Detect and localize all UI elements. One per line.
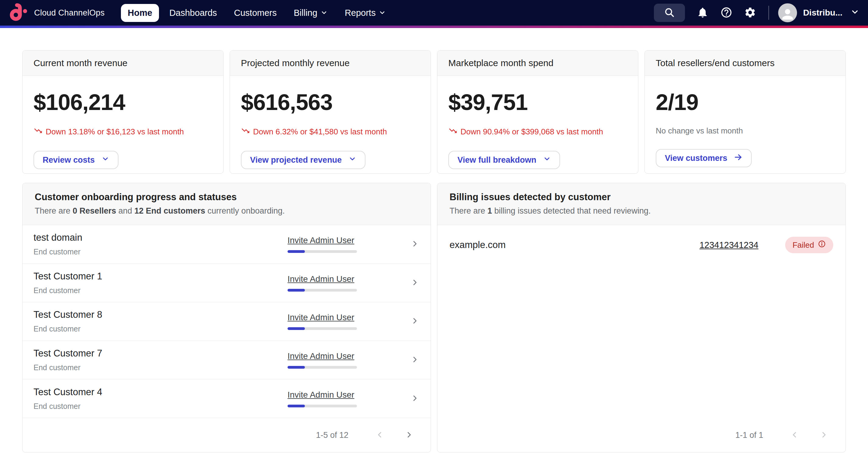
onboarding-progress-bar: [287, 289, 357, 292]
chevron-right-icon: [404, 430, 413, 440]
user-menu-label[interactable]: Distribu...: [803, 8, 842, 18]
pagination-next-button[interactable]: [819, 430, 828, 440]
onboarding-row: Test Customer 4 End customer Invite Admi…: [23, 379, 431, 418]
onboarding-panel: Customer onboarding progress and statuse…: [22, 183, 431, 452]
chevron-right-icon: [410, 278, 420, 288]
stat-value: $106,214: [33, 89, 212, 115]
status-badge-failed: Failed: [785, 237, 833, 253]
billing-customer-name: example.com: [450, 239, 700, 251]
help-icon: [720, 6, 733, 20]
invite-admin-user-link[interactable]: Invite Admin User: [287, 390, 354, 400]
pagination-range-label: 1-1 of 1: [735, 431, 763, 440]
row-expand-button[interactable]: [410, 316, 420, 326]
stat-delta-text: Down 13.18% or $16,123 vs last month: [46, 127, 184, 137]
customer-type: End customer: [33, 286, 287, 295]
avatar[interactable]: [778, 3, 797, 22]
card-title: Projected monthly revenue: [230, 51, 431, 76]
topbar-actions: Distribu...: [654, 3, 860, 22]
invite-admin-user-link[interactable]: Invite Admin User: [287, 351, 354, 361]
chevron-left-icon: [790, 430, 799, 440]
pagination-prev-button[interactable]: [790, 430, 799, 440]
bell-icon: [696, 6, 709, 20]
stat-card-row: Current month revenue $106,214 Down 13.1…: [22, 50, 846, 174]
onboarding-row: test domain End customer Invite Admin Us…: [23, 225, 431, 264]
row-expand-button[interactable]: [410, 394, 420, 404]
nav-item-label: Reports: [345, 8, 376, 18]
chevron-down-icon: [348, 155, 356, 165]
onboarding-pagination: 1-5 of 12: [23, 418, 431, 452]
nav-item-reports[interactable]: Reports: [338, 4, 393, 22]
customer-type: End customer: [33, 363, 287, 372]
customer-name: Test Customer 7: [33, 348, 287, 359]
row-expand-button[interactable]: [410, 278, 420, 288]
nav-item-label: Billing: [294, 8, 317, 18]
brand-name: Cloud ChannelOps: [34, 8, 104, 18]
stat-delta: Down 6.32% or $41,580 vs last month: [241, 126, 420, 138]
topbar-divider: [768, 6, 769, 20]
billing-pagination: 1-1 of 1: [437, 418, 845, 452]
search-icon: [664, 7, 675, 19]
billing-issue-row: example.com 123412341234 Failed: [437, 225, 845, 265]
info-icon[interactable]: [818, 240, 826, 250]
billing-panel-subtitle: There are 1 billing issues detected that…: [450, 206, 833, 216]
customer-type: End customer: [33, 324, 287, 333]
pagination-next-button[interactable]: [404, 430, 413, 440]
view-projected-revenue-button[interactable]: View projected revenue: [241, 151, 366, 169]
customer-type: End customer: [33, 247, 287, 256]
gear-icon: [744, 6, 756, 20]
nav-item-label: Dashboards: [169, 8, 217, 18]
card-title: Total resellers/end customers: [645, 51, 845, 76]
help-button[interactable]: [720, 6, 733, 20]
brand-logo-icon: [8, 2, 28, 23]
chevron-down-icon: [543, 155, 551, 165]
customer-name: Test Customer 4: [33, 387, 287, 398]
stat-delta: Down 90.94% or $399,068 vs last month: [448, 126, 627, 138]
invite-admin-user-link[interactable]: Invite Admin User: [287, 274, 354, 284]
chevron-down-icon: [320, 9, 328, 17]
billing-account-link[interactable]: 123412341234: [700, 240, 759, 250]
stat-value: $616,563: [241, 89, 420, 115]
stat-delta-text: Down 6.32% or $41,580 vs last month: [253, 127, 387, 137]
nav-item-customers[interactable]: Customers: [227, 4, 283, 22]
chevron-right-icon: [410, 394, 420, 404]
onboarding-row: Test Customer 1 End customer Invite Admi…: [23, 264, 431, 302]
view-customers-button[interactable]: View customers: [656, 149, 752, 167]
stat-delta: No change vs last month: [656, 126, 835, 136]
button-label: Review costs: [43, 155, 95, 165]
button-label: View projected revenue: [250, 155, 342, 165]
row-expand-button[interactable]: [410, 239, 420, 249]
stat-value: $39,751: [448, 89, 627, 115]
status-badge-label: Failed: [793, 240, 814, 250]
card-title: Current month revenue: [23, 51, 223, 76]
notifications-button[interactable]: [696, 6, 709, 20]
card-title: Marketplace month spend: [437, 51, 638, 76]
chevron-down-icon: [101, 155, 109, 165]
settings-button[interactable]: [744, 6, 756, 20]
nav-item-dashboards[interactable]: Dashboards: [163, 4, 223, 22]
pagination-prev-button[interactable]: [375, 430, 384, 440]
nav-item-billing[interactable]: Billing: [287, 4, 334, 22]
stat-value: 2/19: [656, 89, 835, 115]
onboarding-progress-bar: [287, 327, 357, 330]
nav-item-home[interactable]: Home: [121, 4, 159, 22]
stat-delta-text: No change vs last month: [656, 126, 743, 136]
chevron-down-icon: [378, 9, 386, 17]
view-full-breakdown-button[interactable]: View full breakdown: [448, 151, 560, 169]
invite-admin-user-link[interactable]: Invite Admin User: [287, 236, 354, 245]
trending-down-icon: [33, 126, 43, 138]
customer-name: Test Customer 1: [33, 271, 287, 282]
chevron-down-icon[interactable]: [850, 8, 860, 18]
nav-item-label: Home: [128, 8, 152, 18]
onboarding-progress-bar: [287, 405, 357, 407]
invite-admin-user-link[interactable]: Invite Admin User: [287, 313, 354, 322]
panel-row: Customer onboarding progress and statuse…: [22, 183, 846, 452]
search-button[interactable]: [654, 4, 685, 22]
stat-delta-text: Down 90.94% or $399,068 vs last month: [461, 127, 603, 137]
onboarding-panel-subtitle: There are 0 Resellers and 12 End custome…: [35, 206, 418, 216]
review-costs-button[interactable]: Review costs: [33, 151, 119, 169]
chevron-left-icon: [375, 430, 384, 440]
row-expand-button[interactable]: [410, 355, 420, 365]
dashboard-main: Current month revenue $106,214 Down 13.1…: [0, 28, 868, 452]
chevron-right-icon: [819, 430, 828, 440]
pagination-range-label: 1-5 of 12: [316, 431, 348, 440]
